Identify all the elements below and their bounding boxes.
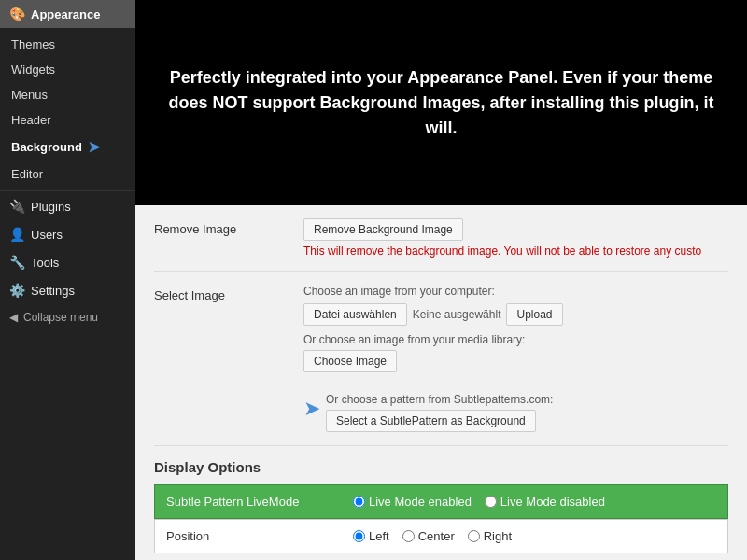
main-content: Perfectly integrated into your Appearanc… — [135, 0, 747, 560]
choose-image-button[interactable]: Choose Image — [303, 350, 397, 372]
livemode-row: Subtle Pattern LiveMode Live Mode enable… — [154, 484, 728, 519]
collapse-arrow-icon: ◀ — [9, 311, 18, 324]
select-pattern-button[interactable]: Select a SubtlePattern as Background — [326, 410, 536, 432]
sidebar-item-menus[interactable]: Menus — [0, 82, 135, 107]
livemode-disabled-radio[interactable] — [485, 496, 497, 508]
pattern-row: ➤ Or choose a pattern from Subtlepattern… — [303, 385, 728, 432]
tools-group[interactable]: 🔧 Tools — [0, 247, 135, 275]
content-area: Remove Image Remove Background Image Thi… — [135, 205, 747, 560]
arrow-icon: ➤ — [88, 138, 100, 156]
position-center-label: Center — [418, 529, 455, 543]
livemode-label: Subtle Pattern LiveMode — [166, 495, 353, 509]
no-file-selected-label: Keine ausgewählt — [413, 308, 501, 321]
collapse-menu-button[interactable]: ◀ Collapse menu — [0, 303, 135, 331]
file-chooser-button[interactable]: Datei auswählen — [303, 303, 407, 326]
position-label: Position — [166, 529, 353, 543]
tools-icon: 🔧 — [9, 255, 25, 270]
remove-image-content: Remove Background Image This will remove… — [303, 218, 728, 258]
position-right-label: Right — [484, 529, 512, 543]
plugins-label: Plugins — [31, 200, 71, 214]
display-options-heading: Display Options — [154, 459, 728, 475]
position-controls: Left Center Right — [353, 529, 512, 543]
plugins-group[interactable]: 🔌 Plugins — [0, 191, 135, 219]
settings-icon: ⚙️ — [9, 283, 25, 298]
sidebar-item-background[interactable]: Background ➤ — [0, 133, 135, 161]
media-library-label: Or choose an image from your media libra… — [303, 333, 728, 346]
users-group[interactable]: 👤 Users — [0, 219, 135, 247]
position-center-option[interactable]: Center — [402, 529, 455, 543]
pattern-label: Or choose a pattern from Subtlepatterns.… — [326, 393, 553, 406]
appearance-section: Themes Widgets Menus Header Background ➤… — [0, 28, 135, 191]
sidebar-item-themes[interactable]: Themes — [0, 32, 135, 57]
sidebar: 🎨 Appearance Themes Widgets Menus Header… — [0, 0, 135, 560]
livemode-disabled-label: Live Mode disabled — [500, 495, 605, 509]
livemode-disabled-option[interactable]: Live Mode disabled — [485, 495, 605, 509]
remove-image-label: Remove Image — [154, 218, 303, 236]
banner-area: Perfectly integrated into your Appearanc… — [135, 0, 747, 205]
file-input-row: Datei auswählen Keine ausgewählt Upload — [303, 303, 728, 326]
remove-image-row: Remove Image Remove Background Image Thi… — [154, 205, 728, 272]
position-right-radio[interactable] — [468, 530, 480, 542]
sidebar-header: 🎨 Appearance — [0, 0, 135, 28]
appearance-icon: 🎨 — [9, 7, 25, 21]
sidebar-title: Appearance — [31, 7, 100, 21]
remove-background-button[interactable]: Remove Background Image — [303, 218, 463, 241]
sidebar-item-editor[interactable]: Editor — [0, 161, 135, 187]
position-left-option[interactable]: Left — [353, 529, 389, 543]
remove-info-text: This will remove the background image. Y… — [303, 245, 728, 258]
computer-label: Choose an image from your computer: — [303, 285, 728, 298]
banner-text: Perfectly integrated into your Appearanc… — [163, 65, 719, 141]
livemode-enabled-option[interactable]: Live Mode enabled — [353, 495, 472, 509]
select-image-content: Choose an image from your computer: Date… — [303, 285, 728, 432]
livemode-enabled-label: Live Mode enabled — [369, 495, 472, 509]
upload-button[interactable]: Upload — [506, 303, 562, 326]
select-image-label: Select Image — [154, 285, 303, 302]
livemode-controls: Live Mode enabled Live Mode disabled — [353, 495, 605, 509]
position-left-radio[interactable] — [353, 530, 365, 542]
tools-label: Tools — [31, 256, 59, 270]
users-label: Users — [31, 228, 63, 242]
position-right-option[interactable]: Right — [468, 529, 512, 543]
sidebar-item-widgets[interactable]: Widgets — [0, 57, 135, 82]
position-center-radio[interactable] — [402, 530, 415, 542]
position-left-label: Left — [369, 529, 389, 543]
livemode-enabled-radio[interactable] — [353, 496, 365, 508]
blue-arrow-icon: ➤ — [303, 397, 320, 421]
users-icon: 👤 — [9, 227, 25, 242]
collapse-label: Collapse menu — [23, 311, 98, 324]
settings-group[interactable]: ⚙️ Settings — [0, 275, 135, 303]
select-image-row: Select Image Choose an image from your c… — [154, 272, 728, 446]
display-options-section: Display Options Subtle Pattern LiveMode … — [154, 446, 728, 553]
sidebar-item-header[interactable]: Header — [0, 107, 135, 133]
position-row: Position Left Center Right — [154, 519, 728, 553]
plugins-icon: 🔌 — [9, 199, 25, 214]
settings-label: Settings — [31, 284, 75, 298]
